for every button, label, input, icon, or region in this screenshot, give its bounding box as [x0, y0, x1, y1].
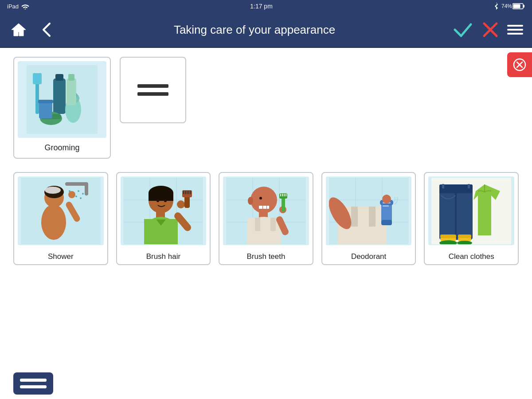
brush-teeth-card[interactable]: Brush teeth [219, 172, 313, 265]
svg-rect-11 [33, 73, 42, 84]
svg-rect-58 [185, 191, 186, 194]
svg-point-39 [68, 191, 75, 198]
brush-hair-card[interactable]: Brush hair [116, 172, 211, 265]
brush-teeth-label: Brush teeth [247, 250, 286, 263]
svg-rect-59 [187, 191, 188, 194]
svg-rect-57 [183, 191, 184, 194]
menu-button[interactable] [507, 22, 523, 38]
app-header: Taking care of your appearance [0, 12, 532, 48]
status-right: 74% [493, 3, 525, 10]
confirm-button[interactable] [452, 20, 473, 39]
svg-rect-115 [20, 385, 47, 388]
svg-rect-47 [149, 193, 173, 201]
header-actions [452, 20, 523, 39]
svg-point-69 [259, 197, 262, 200]
svg-point-101 [382, 195, 391, 203]
grooming-card[interactable]: Grooming [13, 57, 111, 159]
svg-rect-5 [507, 25, 523, 27]
status-left: iPad [7, 3, 29, 10]
svg-rect-71 [263, 206, 266, 209]
svg-rect-105 [439, 184, 473, 193]
svg-rect-85 [286, 194, 286, 196]
shower-card[interactable]: Shower [13, 172, 108, 265]
svg-rect-20 [68, 74, 74, 81]
equals-symbol [137, 84, 168, 96]
status-bar: iPad 1:17 pm 74% [0, 0, 532, 12]
shower-label: Shower [48, 250, 74, 263]
page-title: Taking care of your appearance [174, 23, 335, 36]
svg-rect-106 [442, 184, 444, 188]
header-nav [9, 20, 57, 39]
device-label: iPad [7, 3, 19, 10]
svg-rect-111 [458, 235, 471, 238]
svg-rect-114 [20, 379, 47, 382]
close-button[interactable] [481, 20, 500, 39]
svg-rect-93 [351, 207, 358, 227]
top-row: Grooming [13, 57, 519, 159]
svg-rect-19 [66, 78, 76, 105]
home-button[interactable] [9, 20, 28, 39]
svg-point-29 [82, 193, 84, 195]
svg-rect-83 [282, 194, 283, 196]
svg-rect-22 [38, 100, 53, 103]
items-row: Shower [13, 172, 519, 265]
clean-clothes-label: Clean clothes [449, 250, 494, 263]
svg-rect-6 [507, 29, 523, 31]
svg-rect-72 [267, 206, 269, 209]
main-content: Grooming [0, 48, 532, 399]
svg-point-48 [156, 200, 159, 202]
brush-hair-label: Brush hair [146, 250, 180, 263]
svg-rect-7 [507, 33, 523, 35]
shower-image [18, 176, 104, 245]
status-time: 1:17 pm [250, 3, 273, 10]
deodorant-card[interactable]: Deodorant [321, 172, 416, 265]
clean-clothes-card[interactable]: Clean clothes [424, 172, 519, 265]
equals-bar-top [137, 84, 168, 88]
svg-rect-12 [53, 78, 66, 114]
svg-point-54 [177, 200, 185, 208]
brush-teeth-image [223, 176, 309, 245]
svg-point-35 [45, 187, 61, 194]
svg-rect-82 [280, 194, 281, 196]
svg-rect-110 [440, 235, 456, 238]
svg-point-31 [75, 196, 77, 197]
svg-point-68 [248, 197, 253, 205]
svg-rect-4 [37, 20, 57, 39]
svg-rect-98 [381, 220, 392, 225]
svg-rect-1 [523, 5, 524, 8]
svg-point-67 [250, 187, 277, 213]
svg-rect-60 [188, 191, 189, 194]
bluetooth-icon [493, 3, 499, 10]
svg-rect-76 [255, 218, 260, 231]
grooming-image [18, 61, 106, 138]
bottom-widget[interactable] [13, 372, 53, 395]
grooming-label: Grooming [44, 141, 79, 154]
svg-rect-2 [513, 4, 520, 8]
deodorant-image [326, 176, 412, 245]
svg-rect-70 [259, 206, 262, 209]
clean-clothes-image [428, 176, 514, 245]
deodorant-label: Deodorant [351, 250, 386, 263]
svg-rect-25 [85, 182, 88, 196]
header-center: Taking care of your appearance [57, 23, 452, 37]
svg-rect-84 [284, 194, 285, 196]
float-cancel-button[interactable] [507, 52, 532, 77]
svg-rect-107 [468, 184, 470, 188]
svg-rect-77 [270, 218, 276, 231]
back-button[interactable] [37, 20, 57, 39]
svg-rect-61 [190, 191, 191, 194]
brush-hair-image [121, 176, 207, 245]
equals-card[interactable] [120, 57, 186, 123]
svg-point-32 [80, 197, 82, 199]
svg-point-28 [78, 190, 79, 192]
battery-display: 74% [501, 3, 525, 9]
svg-rect-94 [369, 207, 376, 227]
svg-rect-24 [65, 182, 87, 186]
wifi-icon [21, 3, 29, 9]
svg-rect-100 [383, 205, 389, 207]
svg-rect-13 [55, 74, 63, 81]
svg-point-49 [164, 200, 167, 202]
equals-bar-bottom [137, 92, 168, 96]
svg-point-37 [41, 204, 66, 240]
